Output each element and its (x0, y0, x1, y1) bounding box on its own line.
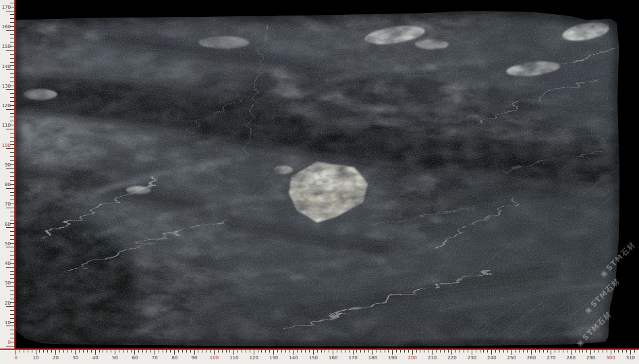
ruler-tick (10, 58, 14, 59)
ruler-tick (408, 350, 409, 353)
ruler-tick (630, 350, 631, 355)
ruler-tick (6, 346, 14, 346)
ruler-tick (55, 350, 56, 355)
ruler-tick (10, 121, 14, 121)
ruler-tick (444, 350, 445, 353)
ruler-tick (10, 34, 14, 35)
ruler-tick (178, 350, 179, 353)
ruler-tick (432, 350, 433, 355)
marble-slab-image (0, 0, 639, 364)
ruler-tick (87, 350, 88, 353)
ruler-tick (341, 350, 341, 353)
ruler-tick (24, 350, 24, 353)
ruler-tick (356, 350, 357, 353)
ruler-label: 30 (69, 355, 82, 361)
ruler-tick (10, 78, 14, 78)
ruler-label: 60 (5, 222, 11, 227)
ruler-tick (10, 235, 14, 236)
ruler-tick (634, 350, 635, 353)
ruler-tick (166, 350, 167, 353)
ruler-tick (265, 350, 266, 353)
ruler-tick (10, 220, 14, 220)
ruler-tick (547, 350, 548, 353)
ruler-tick (353, 350, 354, 355)
ruler-label: 220 (445, 355, 459, 361)
ruler-tick (448, 350, 449, 353)
ruler-tick (246, 350, 246, 353)
ruler-tick (607, 350, 607, 353)
ruler-tick (582, 350, 583, 353)
ruler-label: 10 (5, 320, 11, 326)
ruler-tick (297, 350, 298, 353)
ruler-tick (142, 350, 143, 353)
ruler-label: 160 (2, 24, 11, 30)
ruler-tick (250, 350, 250, 353)
ruler-tick (95, 350, 96, 355)
ruler-tick (614, 350, 615, 353)
ruler-tick (10, 38, 14, 38)
ruler-label: 290 (584, 355, 598, 361)
ruler-tick (10, 18, 14, 19)
ruler-tick (83, 350, 84, 353)
ruler-label: 270 (545, 355, 558, 361)
ruler-tick (10, 310, 14, 311)
ruler-tick (317, 350, 318, 353)
ruler-tick (6, 306, 14, 307)
ruler-tick (258, 350, 258, 353)
ruler-tick (480, 350, 480, 353)
ruler-label: 80 (5, 182, 11, 187)
ruler-tick (586, 350, 587, 353)
ruler-label: 80 (168, 355, 182, 361)
ruler-label: 100 (2, 143, 11, 148)
ruler-tick (455, 350, 456, 353)
ruler-tick (6, 11, 14, 11)
ruler-tick (229, 350, 230, 353)
ruler-tick (111, 350, 111, 353)
ruler-tick (28, 350, 28, 353)
ruler-tick (99, 350, 100, 353)
ruler-label: 280 (564, 355, 578, 361)
ruler-tick (6, 286, 14, 287)
ruler-tick (412, 350, 413, 355)
ruler-left-red-line (14, 0, 16, 350)
ruler-label: 20 (5, 301, 11, 306)
ruler-tick (543, 350, 544, 353)
ruler-tick (6, 50, 14, 51)
ruler-tick (222, 350, 223, 353)
ruler-tick (269, 350, 270, 353)
ruler-tick (163, 350, 163, 353)
ruler-tick (226, 350, 227, 353)
ruler-label: 150 (2, 44, 11, 49)
ruler-label: 200 (406, 355, 419, 361)
ruler-tick (325, 350, 325, 353)
ruler-tick (10, 152, 14, 153)
ruler-tick (285, 350, 286, 353)
ruler-label: 140 (287, 355, 300, 361)
ruler-tick (10, 73, 14, 74)
ruler-label: 90 (188, 355, 201, 361)
ruler-tick (10, 338, 14, 338)
ruler-label: 110 (2, 123, 11, 128)
ruler-tick (10, 278, 14, 279)
ruler-tick (10, 299, 14, 299)
ruler-tick (416, 350, 417, 353)
ruler-tick (10, 180, 14, 181)
ruler-tick (594, 350, 595, 353)
ruler-label: 140 (2, 64, 11, 69)
ruler-tick (603, 350, 603, 353)
ruler-tick (10, 172, 14, 173)
ruler-tick (10, 54, 14, 55)
ruler-tick (10, 3, 14, 3)
ruler-tick (424, 350, 424, 353)
ruler-tick (372, 350, 373, 355)
ruler-tick (63, 350, 64, 353)
ruler-label: 180 (366, 355, 379, 361)
ruler-tick (305, 350, 306, 353)
ruler-tick (10, 330, 14, 330)
ruler-tick (10, 195, 14, 196)
ruler-tick (483, 350, 484, 353)
ruler-tick (194, 350, 195, 355)
ruler-tick (451, 350, 452, 355)
ruler-tick (535, 350, 536, 353)
horizontal-ruler: 0102030405060708090100110120130140150160… (0, 348, 639, 364)
